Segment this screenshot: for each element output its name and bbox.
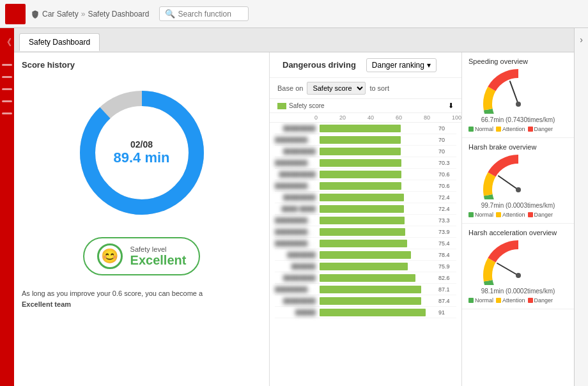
bar-track <box>320 125 436 132</box>
sidebar-left: 《 <box>0 28 14 386</box>
gauge-legend-item: Danger <box>528 212 553 218</box>
bar-row: ████████████87.1 <box>275 284 456 295</box>
gauge-0 <box>468 69 568 114</box>
gauge-legend-item: Danger <box>528 297 553 304</box>
gauge-legend-1: NormalAttentionDanger <box>468 212 568 218</box>
search-box[interactable]: 🔍 <box>159 6 249 21</box>
bar-row: ███████78.4 <box>275 249 456 261</box>
gauge-legend-dot <box>496 212 501 217</box>
gauge-legend-label: Attention <box>502 126 525 132</box>
gauge-legend-dot <box>468 127 474 132</box>
main-content: Safety Dashboard Score history 02/08 89.… <box>14 28 574 386</box>
bar-value: 75.4 <box>438 240 456 247</box>
bar-track <box>320 148 436 155</box>
gauge-legend-dot <box>528 212 533 217</box>
safety-level-badge: 😊 Safety level Excellent <box>83 237 201 275</box>
bar-row: ████████70 <box>275 146 456 157</box>
bar-row: ██████75.9 <box>275 261 456 272</box>
score-panel: Score history 02/08 89.4 min 😊 Saf <box>14 52 270 386</box>
sidebar-collapse-button[interactable]: 《 <box>0 35 14 51</box>
bar-value: 70.6 <box>438 183 456 189</box>
bar-value: 91 <box>438 309 456 316</box>
sidebar-item-line <box>2 88 12 90</box>
svg-point-3 <box>516 102 521 107</box>
gauge-legend-item: Attention <box>496 212 525 218</box>
bar-value: 87.4 <box>438 298 456 304</box>
bar-value: 70 <box>438 148 456 155</box>
bar-value: 70.3 <box>438 160 456 166</box>
svg-point-7 <box>516 273 521 278</box>
app-logo <box>5 4 26 24</box>
bar-track <box>320 228 436 236</box>
gauge-legend-dot <box>528 127 533 132</box>
gauge-legend-label: Danger <box>534 126 553 132</box>
bar-value: 72.4 <box>438 194 456 201</box>
bar-label: ████████████ <box>275 217 320 224</box>
bar-track <box>320 136 436 144</box>
sort-label: to sort <box>369 84 389 92</box>
bar-value: 82.6 <box>438 275 456 281</box>
bar-track <box>320 182 436 190</box>
danger-ranking-button[interactable]: Danger ranking ▾ <box>366 58 437 72</box>
donut-date: 02/08 <box>113 139 169 150</box>
driving-panel: Dangerous driving Danger ranking ▾ Base … <box>270 52 462 386</box>
bar-track <box>320 286 436 293</box>
legend-label: Safety score <box>289 102 325 109</box>
sidebar-right-expand-button[interactable]: › <box>580 35 583 45</box>
gauge-value-text-1: 99.7min (0.0003times/km) <box>468 202 568 209</box>
bar-fill <box>320 228 405 236</box>
bar-label: ████████ <box>275 148 320 155</box>
gauge-legend-item: Attention <box>496 297 525 304</box>
bar-label: ████████ <box>275 275 320 281</box>
search-input[interactable] <box>178 10 242 19</box>
bar-fill <box>320 263 408 270</box>
bar-value: 75.9 <box>438 263 456 270</box>
sidebar-left-items <box>2 64 12 114</box>
gauge-2 <box>468 240 568 285</box>
gauge-legend-item: Normal <box>468 297 493 304</box>
sidebar-right: › <box>574 28 588 386</box>
bar-track <box>320 297 436 305</box>
bar-fill <box>320 182 401 190</box>
gauge-svg-1 <box>470 148 566 199</box>
bar-label: ██████ <box>275 263 320 270</box>
bar-fill <box>320 286 421 293</box>
sidebar-item-line <box>2 100 12 102</box>
base-on-select[interactable]: Safety score <box>307 82 366 95</box>
bar-label: ███████████ <box>275 137 320 143</box>
safety-value: Excellent <box>130 253 187 268</box>
bar-label: ████ ████ <box>275 206 320 212</box>
bar-value: 73.3 <box>438 217 456 224</box>
download-icon[interactable]: ⬇ <box>448 102 454 110</box>
danger-ranking-label: Danger ranking <box>372 61 424 70</box>
gauge-legend-item: Danger <box>528 126 553 132</box>
bar-label: ████████ <box>275 125 320 132</box>
donut-value: 89.4 min <box>113 150 169 166</box>
svg-point-5 <box>516 187 521 192</box>
gauge-svg-0 <box>470 63 566 114</box>
bar-fill <box>320 274 415 282</box>
bar-chart-area: ████████70███████████70████████70███████… <box>270 123 461 386</box>
bar-row: █████91 <box>275 307 456 318</box>
bar-value: 72.4 <box>438 206 456 212</box>
safety-text: Safety level Excellent <box>130 245 187 268</box>
bar-row: ████████72.4 <box>275 192 456 203</box>
svg-line-2 <box>510 81 518 104</box>
breadcrumb: 🛡 Car Safety » Safety Dashboard <box>31 10 149 19</box>
bar-label: █████████████ <box>275 229 320 235</box>
tab-safety-dashboard[interactable]: Safety Dashboard <box>19 33 100 51</box>
tab-bar: Safety Dashboard <box>14 28 574 52</box>
bar-track <box>320 205 436 213</box>
bar-value: 73.9 <box>438 229 456 235</box>
bar-fill <box>320 194 404 201</box>
gauge-legend-item: Normal <box>468 126 493 132</box>
gauge-legend-0: NormalAttentionDanger <box>468 126 568 132</box>
gauge-legend-label: Normal <box>475 212 493 218</box>
breadcrumb-safety-dashboard: Safety Dashboard <box>88 10 149 19</box>
bar-fill <box>320 136 401 144</box>
bar-track <box>320 274 436 282</box>
bar-track <box>320 240 436 247</box>
score-footer-line1: As long as you improve your 0.6 score, y… <box>22 290 203 297</box>
dangerous-driving-tab[interactable]: Dangerous driving <box>277 58 361 72</box>
gauge-legend-label: Normal <box>475 126 493 132</box>
